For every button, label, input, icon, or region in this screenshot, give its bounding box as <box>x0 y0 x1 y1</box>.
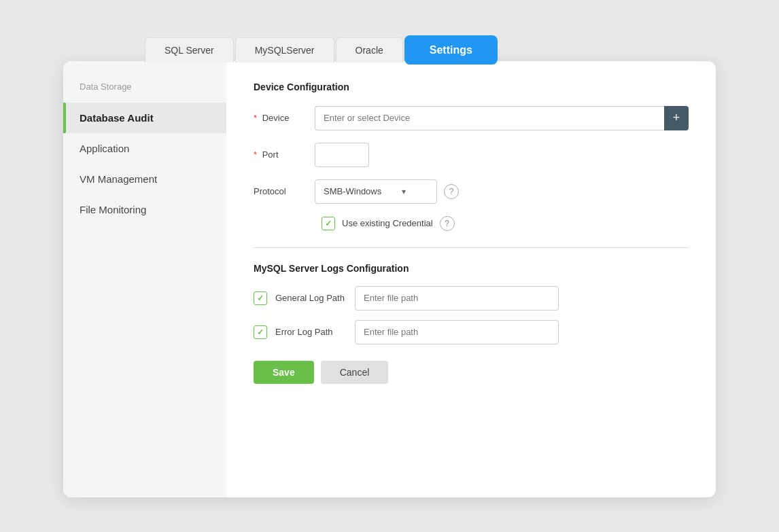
port-input[interactable]: 3306 <box>315 143 369 167</box>
sidebar-item-application[interactable]: Application <box>63 133 226 164</box>
main-card: Data Storage Database Audit Application … <box>63 61 716 497</box>
general-log-label: General Log Path <box>275 293 347 303</box>
general-log-inner: ✓ General Log Path <box>254 286 689 311</box>
error-log-checkmark-icon: ✓ <box>257 327 264 337</box>
tab-oracle[interactable]: Oracle <box>336 37 403 63</box>
protocol-label: Protocol <box>254 186 315 196</box>
divider <box>254 247 689 248</box>
protocol-value: SMB-Windows <box>324 186 381 196</box>
general-log-checkmark-icon: ✓ <box>257 294 264 303</box>
sidebar-item-label-database-audit: Database Audit <box>80 112 154 124</box>
checkmark-icon: ✓ <box>325 219 332 228</box>
error-log-row: ✓ Error Log Path <box>254 320 689 344</box>
logs-config-title: MySQL Server Logs Configuration <box>254 263 689 274</box>
use-credential-checkbox[interactable]: ✓ <box>322 217 335 230</box>
sidebar-item-vm-management[interactable]: VM Management <box>63 164 226 194</box>
device-input[interactable] <box>315 106 664 130</box>
protocol-group: SMB-Windows ▾ ? <box>315 179 459 204</box>
sidebar-item-file-monitoring[interactable]: File Monitoring <box>63 194 226 225</box>
general-log-input[interactable] <box>355 286 559 311</box>
device-row: * Device + <box>254 106 689 130</box>
actions-row: Save Cancel <box>254 361 689 384</box>
tabs-bar: SQL Server MySQLServer Oracle Settings <box>145 35 716 65</box>
chevron-down-icon: ▾ <box>402 187 406 196</box>
add-device-button[interactable]: + <box>664 106 689 130</box>
credential-row: ✓ Use existing Credential ? <box>322 216 689 231</box>
device-input-group: + <box>315 106 689 130</box>
general-log-row: ✓ General Log Path <box>254 286 689 311</box>
protocol-help-icon[interactable]: ? <box>444 184 459 199</box>
sidebar: Data Storage Database Audit Application … <box>63 61 226 497</box>
port-row: * Port 3306 <box>254 143 689 167</box>
cancel-button[interactable]: Cancel <box>321 361 389 384</box>
credential-label: Use existing Credential <box>342 218 433 228</box>
error-log-inner: ✓ Error Log Path <box>254 320 689 344</box>
save-button[interactable]: Save <box>254 361 314 384</box>
port-label: * Port <box>254 149 315 160</box>
required-star-port: * <box>254 149 257 160</box>
device-label: * Device <box>254 113 315 123</box>
tab-mysql-server[interactable]: MySQLServer <box>235 37 334 63</box>
protocol-row: Protocol SMB-Windows ▾ ? <box>254 179 689 204</box>
error-log-input[interactable] <box>355 320 559 344</box>
protocol-select[interactable]: SMB-Windows ▾ <box>315 179 437 204</box>
credential-help-icon[interactable]: ? <box>440 216 455 231</box>
required-star-device: * <box>254 113 257 123</box>
sidebar-item-label-file-monitoring: File Monitoring <box>80 204 146 215</box>
content-area: Device Configuration * Device + * Port 3 <box>226 61 716 497</box>
error-log-checkbox[interactable]: ✓ <box>254 325 267 339</box>
general-log-checkbox[interactable]: ✓ <box>254 291 267 305</box>
tab-sql-server[interactable]: SQL Server <box>145 37 234 63</box>
error-log-label: Error Log Path <box>275 327 347 337</box>
sidebar-item-label-vm-management: VM Management <box>80 173 157 185</box>
sidebar-section-label: Data Storage <box>63 82 226 103</box>
sidebar-item-database-audit[interactable]: Database Audit <box>63 103 226 133</box>
device-config-title: Device Configuration <box>254 82 689 92</box>
sidebar-item-label-application: Application <box>80 143 129 154</box>
tab-settings[interactable]: Settings <box>404 35 498 65</box>
